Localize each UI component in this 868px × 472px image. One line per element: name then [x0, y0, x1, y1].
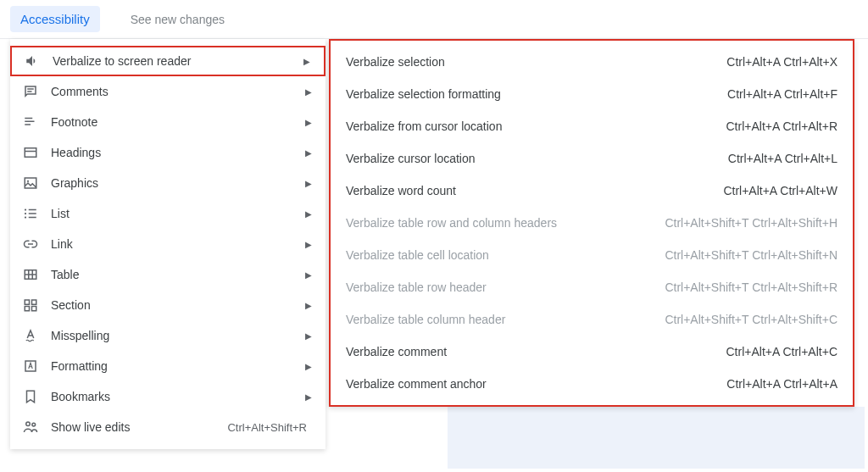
menu-accessibility[interactable]: Accessibility	[10, 6, 100, 32]
table-icon	[22, 266, 39, 283]
menu-item-misspelling[interactable]: Misspelling▶	[10, 320, 326, 351]
menu-item-verbalize-to-screen-reader[interactable]: Verbalize to screen reader▶	[10, 46, 326, 76]
see-new-changes-button[interactable]: See new changes	[120, 7, 235, 32]
menu-item-list[interactable]: List▶	[10, 198, 326, 229]
footnote-icon	[22, 114, 39, 130]
submenu-item-label: Verbalize word count	[346, 184, 456, 197]
comments-icon	[22, 83, 39, 100]
menu-item-label: Table	[51, 268, 293, 281]
submenu-item-label: Verbalize selection formatting	[346, 87, 501, 101]
svg-point-9	[25, 208, 26, 210]
submenu-item-shortcut: Ctrl+Alt+A Ctrl+Alt+C	[726, 345, 838, 358]
chevron-right-icon: ▶	[305, 270, 312, 280]
menu-item-label: Headings	[51, 146, 293, 159]
document-background	[448, 407, 865, 469]
submenu-item-shortcut: Ctrl+Alt+A Ctrl+Alt+A	[726, 377, 837, 391]
chevron-right-icon: ▶	[305, 87, 312, 97]
formatting-icon	[22, 358, 39, 375]
submenu-item-label: Verbalize table column header	[346, 313, 505, 326]
submenu-item-verbalize-cursor-location[interactable]: Verbalize cursor locationCtrl+Alt+A Ctrl…	[331, 142, 853, 175]
submenu-item-verbalize-selection-formatting[interactable]: Verbalize selection formattingCtrl+Alt+A…	[331, 78, 853, 110]
menu-item-comments[interactable]: Comments▶	[10, 76, 326, 107]
menu-item-label: Graphics	[51, 176, 293, 190]
submenu-item-verbalize-selection[interactable]: Verbalize selectionCtrl+Alt+A Ctrl+Alt+X	[331, 46, 853, 78]
menu-item-formatting[interactable]: Formatting▶	[10, 351, 326, 381]
submenu-item-label: Verbalize comment anchor	[346, 377, 487, 391]
menu-item-graphics[interactable]: Graphics▶	[10, 168, 326, 198]
chevron-right-icon: ▶	[305, 392, 312, 402]
menu-bar: Accessibility See new changes	[0, 0, 868, 39]
chevron-right-icon: ▶	[305, 301, 312, 310]
list-icon	[22, 205, 39, 222]
svg-point-25	[32, 423, 36, 426]
menu-item-label: Section	[51, 298, 293, 312]
accessibility-dropdown: Verbalize to screen reader▶Comments▶Foot…	[10, 39, 326, 449]
menu-item-section[interactable]: Section▶	[10, 290, 326, 320]
submenu-item-label: Verbalize table row header	[346, 280, 487, 294]
chevron-right-icon: ▶	[305, 179, 312, 188]
live-edits-icon	[22, 419, 39, 436]
submenu-item-shortcut: Ctrl+Alt+A Ctrl+Alt+R	[726, 119, 838, 133]
submenu-item-shortcut: Ctrl+Alt+A Ctrl+Alt+W	[723, 184, 837, 197]
menu-item-label: Formatting	[51, 359, 293, 373]
menu-item-table[interactable]: Table▶	[10, 259, 326, 290]
submenu-item-verbalize-table-column-header: Verbalize table column headerCtrl+Alt+Sh…	[331, 303, 853, 336]
svg-rect-19	[25, 300, 29, 304]
menu-item-footnote[interactable]: Footnote▶	[10, 107, 326, 137]
submenu-item-label: Verbalize table row and column headers	[346, 216, 557, 230]
chevron-right-icon: ▶	[305, 209, 312, 219]
chevron-right-icon: ▶	[305, 240, 312, 249]
menu-item-label: Comments	[51, 85, 293, 98]
menu-item-bookmarks[interactable]: Bookmarks▶	[10, 381, 326, 412]
submenu-item-verbalize-word-count[interactable]: Verbalize word countCtrl+Alt+A Ctrl+Alt+…	[331, 175, 853, 207]
submenu-item-shortcut: Ctrl+Alt+Shift+T Ctrl+Alt+Shift+R	[665, 280, 837, 294]
chevron-right-icon: ▶	[305, 118, 312, 127]
svg-rect-21	[25, 307, 29, 311]
svg-rect-22	[32, 307, 36, 311]
svg-point-11	[25, 216, 26, 218]
menu-item-label: Show live edits	[51, 420, 215, 434]
menu-item-label: Bookmarks	[51, 390, 293, 403]
menu-item-label: Verbalize to screen reader	[53, 54, 292, 68]
submenu-item-shortcut: Ctrl+Alt+A Ctrl+Alt+X	[726, 55, 837, 69]
link-icon	[22, 236, 39, 253]
svg-point-24	[26, 422, 31, 426]
submenu-item-label: Verbalize comment	[346, 345, 447, 358]
verbalize-submenu: Verbalize selectionCtrl+Alt+A Ctrl+Alt+X…	[329, 39, 854, 407]
menu-item-show-live-edits[interactable]: Show live editsCtrl+Alt+Shift+R	[10, 412, 326, 442]
speaker-icon	[24, 53, 41, 69]
submenu-item-shortcut: Ctrl+Alt+A Ctrl+Alt+L	[728, 152, 837, 165]
menu-item-label: Misspelling	[51, 329, 293, 342]
submenu-item-shortcut: Ctrl+Alt+A Ctrl+Alt+F	[727, 87, 837, 101]
graphics-icon	[22, 175, 39, 192]
menu-item-shortcut: Ctrl+Alt+Shift+R	[227, 421, 307, 434]
menu-item-label: Link	[51, 237, 293, 251]
svg-point-8	[27, 180, 29, 182]
chevron-right-icon: ▶	[303, 57, 310, 66]
submenu-item-label: Verbalize table cell location	[346, 248, 489, 262]
section-icon	[22, 297, 39, 314]
submenu-item-label: Verbalize from cursor location	[346, 119, 502, 133]
chevron-right-icon: ▶	[305, 148, 312, 158]
submenu-item-verbalize-comment-anchor[interactable]: Verbalize comment anchorCtrl+Alt+A Ctrl+…	[331, 368, 853, 400]
submenu-item-label: Verbalize selection	[346, 55, 445, 69]
headings-icon	[22, 144, 39, 161]
svg-rect-5	[25, 148, 36, 158]
submenu-item-verbalize-table-cell-location: Verbalize table cell locationCtrl+Alt+Sh…	[331, 239, 853, 271]
submenu-item-verbalize-table-row-header: Verbalize table row headerCtrl+Alt+Shift…	[331, 271, 853, 303]
submenu-item-shortcut: Ctrl+Alt+Shift+T Ctrl+Alt+Shift+H	[665, 216, 837, 230]
submenu-item-shortcut: Ctrl+Alt+Shift+T Ctrl+Alt+Shift+N	[665, 248, 837, 262]
bookmarks-icon	[22, 388, 39, 405]
menu-item-label: List	[51, 207, 293, 220]
menu-item-label: Footnote	[51, 115, 293, 129]
chevron-right-icon: ▶	[305, 362, 312, 371]
misspelling-icon	[22, 327, 39, 344]
submenu-item-verbalize-table-row-and-column-headers: Verbalize table row and column headersCt…	[331, 207, 853, 239]
submenu-item-label: Verbalize cursor location	[346, 152, 476, 165]
menu-item-headings[interactable]: Headings▶	[10, 137, 326, 168]
svg-rect-20	[32, 300, 36, 304]
submenu-item-verbalize-comment[interactable]: Verbalize commentCtrl+Alt+A Ctrl+Alt+C	[331, 336, 853, 368]
submenu-item-verbalize-from-cursor-location[interactable]: Verbalize from cursor locationCtrl+Alt+A…	[331, 110, 853, 142]
menu-item-link[interactable]: Link▶	[10, 229, 326, 259]
chevron-right-icon: ▶	[305, 331, 312, 341]
